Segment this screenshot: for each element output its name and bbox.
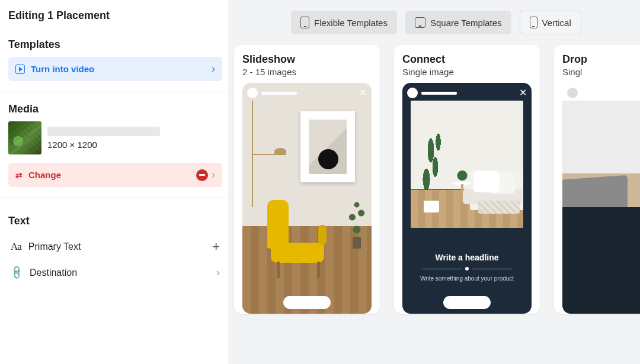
chevron-right-icon: ›: [212, 169, 215, 181]
text-icon: Aa: [11, 241, 21, 253]
media-dimensions: 1200 × 1200: [47, 140, 160, 150]
username-placeholder: [421, 92, 457, 95]
divider: [0, 198, 231, 198]
device-icon: [300, 17, 309, 28]
cta-pill: [443, 296, 491, 309]
preview-subline: Write something about your product: [402, 275, 532, 282]
swap-icon: ⇄: [15, 170, 23, 180]
filter-vertical-templates[interactable]: Vertical: [520, 11, 581, 34]
filter-label: Flexible Templates: [314, 18, 388, 28]
plus-icon: +: [212, 239, 220, 255]
filter-label: Square Templates: [430, 18, 502, 28]
template-cards: Slideshow 2 - 15 images ✕: [228, 45, 640, 314]
templates-heading: Templates: [8, 38, 222, 51]
avatar-icon: [247, 88, 258, 98]
template-preview: [562, 83, 640, 314]
primary-text-label: Primary Text: [28, 241, 81, 252]
template-preview: ✕ Write a headline Write something about…: [402, 83, 532, 314]
close-icon: ✕: [519, 88, 527, 98]
card-subtitle: Single image: [402, 67, 532, 77]
turn-into-video-button[interactable]: Turn into video ›: [8, 57, 222, 81]
error-badge-icon: [196, 169, 208, 181]
template-card-drop[interactable]: Drop Singl: [554, 45, 640, 314]
card-subtitle: Singl: [562, 67, 640, 77]
play-icon: [15, 65, 25, 74]
filter-flexible-templates[interactable]: Flexible Templates: [291, 11, 397, 34]
template-filter-bar: Flexible Templates Square Templates Vert…: [228, 11, 640, 45]
media-filename-placeholder: [47, 127, 160, 136]
close-icon: ✕: [359, 88, 367, 98]
card-title: Slideshow: [242, 53, 372, 66]
device-square-icon: [415, 17, 425, 28]
filter-square-templates[interactable]: Square Templates: [405, 11, 511, 34]
card-subtitle: 2 - 15 images: [242, 67, 372, 77]
text-heading: Text: [8, 215, 222, 227]
page-title: Editing 1 Placement: [8, 9, 222, 22]
primary-text-option[interactable]: Aa Primary Text +: [8, 233, 222, 260]
media-thumbnail: [8, 121, 41, 154]
username-placeholder: [261, 92, 297, 95]
card-title: Connect: [402, 53, 532, 66]
change-label: Change: [28, 170, 61, 180]
destination-label: Destination: [30, 268, 77, 278]
media-heading: Media: [8, 103, 222, 115]
media-item[interactable]: 1200 × 1200: [8, 121, 222, 154]
preview-headline: Write a headline: [402, 253, 532, 262]
destination-option[interactable]: 🔗 Destination ›: [8, 260, 222, 285]
avatar-icon: [407, 88, 418, 98]
device-vertical-icon: [530, 17, 537, 28]
editor-sidebar: Editing 1 Placement Templates Turn into …: [0, 0, 228, 364]
template-card-connect[interactable]: Connect Single image ✕ Write a headline: [394, 45, 540, 314]
turn-into-video-label: Turn into video: [31, 64, 94, 74]
template-card-slideshow[interactable]: Slideshow 2 - 15 images ✕: [234, 45, 380, 314]
chevron-right-icon: ›: [212, 63, 215, 75]
divider: [0, 92, 231, 92]
change-media-button[interactable]: ⇄ Change ›: [8, 163, 222, 187]
avatar-icon: [567, 88, 578, 98]
main-canvas: Flexible Templates Square Templates Vert…: [228, 0, 640, 364]
card-title: Drop: [562, 53, 640, 66]
cta-pill: [283, 296, 331, 309]
template-preview: ✕: [242, 83, 372, 314]
chevron-right-icon: ›: [216, 266, 220, 279]
link-icon: 🔗: [8, 265, 25, 281]
filter-label: Vertical: [542, 18, 571, 28]
